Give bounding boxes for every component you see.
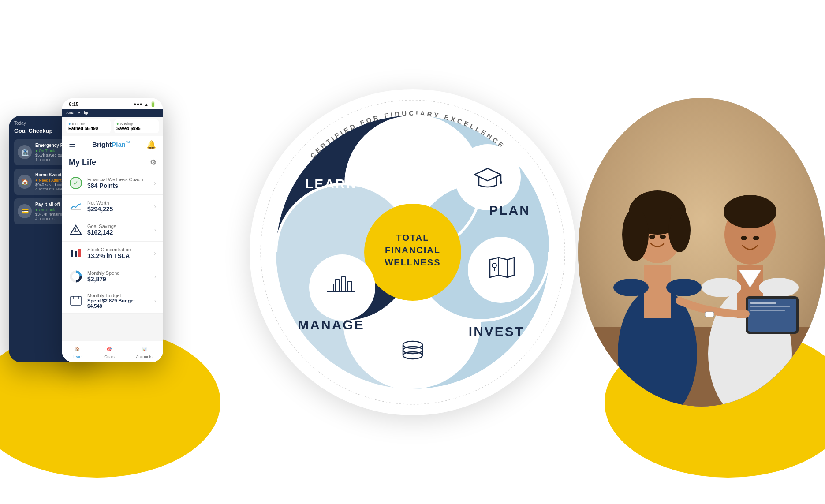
stock-label: Stock Concentration	[87, 247, 149, 252]
spend-icon	[69, 269, 83, 284]
goalsavings-label: Goal Savings	[87, 224, 149, 229]
nav-learn[interactable]: 🏠 Learn	[72, 345, 82, 359]
phone-front: 6:15 ●●● ▲ 🔋 Smart Budget ● Income Earne…	[62, 98, 163, 362]
smart-budget-label: Smart Budget	[66, 111, 90, 115]
couple-svg	[578, 98, 825, 407]
stock-value: 13.2% in TSLA	[87, 252, 149, 259]
goal-accounts-3: 4 accounts	[35, 217, 66, 221]
svg-rect-46	[644, 265, 671, 318]
notification-icon[interactable]: 🔔	[146, 140, 156, 149]
svg-point-51	[649, 235, 655, 239]
svg-text:✓: ✓	[73, 179, 78, 187]
networth-arrow: ›	[154, 203, 156, 210]
svg-point-30	[468, 237, 534, 303]
nav-accounts[interactable]: 📊 Accounts	[136, 345, 153, 359]
svg-rect-7	[75, 251, 77, 257]
income-card: ● Income Earned $6,490	[66, 119, 111, 133]
budget-icon	[69, 294, 83, 308]
svg-point-49	[622, 208, 649, 261]
svg-point-54	[666, 279, 702, 296]
svg-point-59	[741, 236, 747, 240]
coach-content: Financial Wellness Coach 384 Points	[87, 177, 149, 189]
savings-card: ● Savings Saved $995	[114, 119, 159, 133]
list-item-coach[interactable]: ✓ Financial Wellness Coach 384 Points ›	[62, 172, 163, 195]
phones-container: Today Goal Checkup 🏦 Emergency Fund ● On…	[0, 98, 220, 407]
hamburger-icon[interactable]: ☰	[69, 140, 76, 149]
svg-point-50	[668, 208, 691, 252]
svg-rect-10	[71, 296, 81, 305]
goal-status-3: ● On Track	[35, 208, 66, 212]
goal-name-3: Pay it all off	[35, 202, 66, 207]
wellness-diagram-svg: CERTIFIED FOR FIDUCIARY EXCELLENCE TOTAL…	[250, 89, 576, 415]
svg-point-23	[500, 181, 502, 184]
networth-value: $294,225	[87, 205, 149, 213]
nav-goals-icon: 🎯	[105, 345, 114, 354]
svg-rect-67	[750, 310, 785, 311]
svg-point-24	[309, 254, 375, 321]
svg-point-53	[613, 279, 649, 296]
budget-arrow: ›	[154, 297, 156, 304]
goal-icon-home: 🏠	[18, 175, 32, 189]
brand-name-2: Plan	[112, 141, 126, 148]
coach-value: 384 Points	[87, 182, 149, 189]
svg-point-62	[759, 278, 799, 297]
networth-icon	[69, 199, 83, 213]
phone-mylife-header: ☰ BrightPlan™ 🔔	[62, 136, 163, 153]
phone-time: 6:15	[69, 101, 78, 107]
goalsavings-icon	[69, 223, 83, 237]
networth-label: Net Worth	[87, 200, 149, 205]
manage-label: MANAGE	[298, 317, 364, 332]
nav-accounts-icon: 📊	[140, 345, 149, 354]
photo-inner	[578, 98, 825, 407]
svg-rect-6	[71, 250, 73, 257]
phone-status-bar: 6:15 ●●● ▲ 🔋	[62, 98, 163, 109]
coach-icon: ✓	[69, 176, 83, 190]
stock-icon	[69, 246, 83, 260]
stock-arrow: ›	[154, 250, 156, 257]
svg-point-61	[702, 278, 741, 297]
budget-content: Monthly Budget Spent $2,879 Budget $4,54…	[87, 293, 149, 309]
spend-arrow: ›	[154, 273, 156, 280]
goal-icon-debt: 💳	[18, 204, 32, 218]
svg-point-60	[753, 236, 759, 240]
spend-label: Monthly Spend	[87, 270, 149, 276]
budget-value: Spent $2,879 Budget $4,548	[87, 298, 149, 309]
phone-nav-bar: 🏠 Learn 🎯 Goals 📊 Accounts	[62, 341, 163, 362]
list-item-budget[interactable]: Monthly Budget Spent $2,879 Budget $4,54…	[62, 288, 163, 314]
stock-content: Stock Concentration 13.2% in TSLA	[87, 247, 149, 259]
list-item-goalsavings[interactable]: Goal Savings $162,142 ›	[62, 218, 163, 242]
networth-content: Net Worth $294,225	[87, 200, 149, 213]
mylife-section-title: My Life ⚙	[62, 153, 163, 172]
photo-circle	[578, 98, 825, 407]
center-text-1: TOTAL	[396, 233, 429, 243]
phone-signal-icons: ●●● ▲ 🔋	[134, 101, 156, 107]
center-text-3: WELLNESS	[385, 258, 440, 267]
brand-trademark: ™	[126, 140, 130, 145]
svg-rect-8	[78, 249, 81, 257]
goal-icon-emergency: 🏦	[18, 145, 32, 159]
spend-value: $2,879	[87, 276, 149, 283]
goalsavings-arrow: ›	[154, 226, 156, 233]
learn-label: LEARN	[305, 176, 357, 191]
coach-arrow: ›	[154, 179, 156, 187]
svg-rect-65	[750, 302, 776, 304]
list-item-networth[interactable]: Net Worth $294,225 ›	[62, 195, 163, 218]
svg-point-58	[724, 195, 776, 228]
savings-saved: Saved $995	[116, 126, 157, 131]
nav-goals[interactable]: 🎯 Goals	[104, 345, 115, 359]
spend-content: Monthly Spend $2,879	[87, 270, 149, 283]
budget-label: Monthly Budget	[87, 293, 149, 298]
settings-icon[interactable]: ⚙	[150, 158, 156, 167]
income-earned: Earned $6,490	[68, 126, 108, 131]
center-text-2: FINANCIAL	[385, 245, 440, 255]
list-item-stock[interactable]: Stock Concentration 13.2% in TSLA ›	[62, 242, 163, 265]
list-item-spend[interactable]: Monthly Spend $2,879 ›	[62, 265, 163, 288]
invest-label: INVEST	[468, 324, 524, 339]
coach-label: Financial Wellness Coach	[87, 177, 149, 182]
nav-learn-label: Learn	[72, 355, 82, 359]
nav-learn-icon: 🏠	[73, 345, 82, 354]
goalsavings-value: $162,142	[87, 229, 149, 236]
plan-label: PLAN	[489, 203, 530, 217]
svg-rect-66	[750, 306, 790, 307]
smart-budget-bar: Smart Budget	[62, 109, 163, 117]
